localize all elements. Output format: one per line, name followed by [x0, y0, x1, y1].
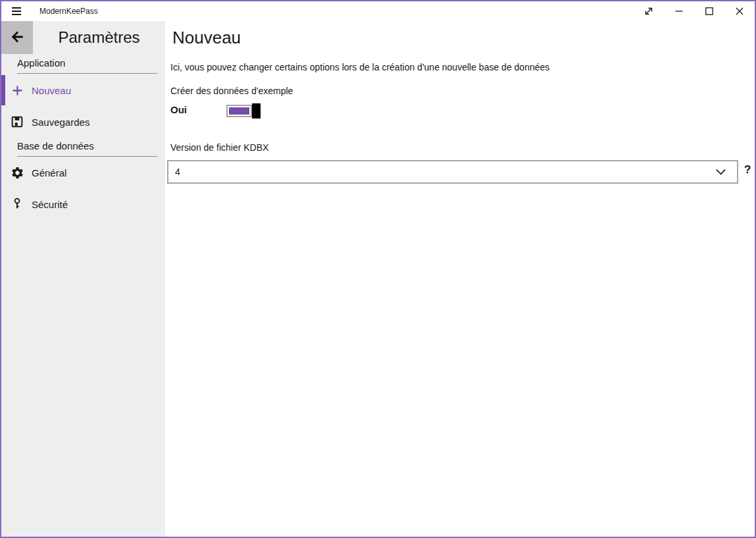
hamburger-menu-button[interactable] [7, 1, 26, 21]
kdbx-version-combobox[interactable]: 4 [167, 160, 738, 184]
fullscreen-button[interactable] [634, 1, 664, 21]
toggle-thumb[interactable] [252, 103, 261, 119]
settings-sidebar: Paramètres Application Nouveau [1, 21, 165, 537]
sidebar-item-general[interactable]: Général [1, 157, 165, 188]
content-description: Ici, vous pouvez changer certains option… [170, 62, 549, 72]
window-controls [634, 1, 755, 21]
section-label-application: Application [17, 57, 157, 74]
sample-data-label: Créer des données d'exemple [170, 86, 293, 96]
maximize-button[interactable] [694, 1, 724, 21]
combobox-value: 4 [175, 167, 180, 177]
content-title: Nouveau [172, 28, 241, 48]
sidebar-item-nouveau[interactable]: Nouveau [1, 74, 165, 106]
sidebar-item-label: Nouveau [32, 85, 71, 96]
sidebar-item-label: Sécurité [32, 199, 68, 210]
toggle-fill [229, 107, 249, 115]
sample-data-toggle[interactable] [226, 103, 261, 119]
gear-icon [10, 165, 24, 180]
hamburger-menu-icon [12, 7, 21, 9]
save-icon [10, 115, 24, 129]
titlebar: ModernKeePass [1, 1, 755, 21]
back-button[interactable] [1, 21, 33, 54]
app-window: ModernKeePass [0, 0, 756, 538]
back-arrow-icon [9, 28, 26, 47]
section-label-base-de-donnees: Base de données [17, 140, 157, 157]
minimize-icon [674, 6, 684, 16]
settings-content: Nouveau Ici, vous pouvez changer certain… [166, 21, 755, 537]
close-icon [734, 6, 745, 16]
sidebar-item-label: Général [32, 167, 66, 178]
toggle-state-label: Oui [170, 104, 187, 115]
fullscreen-icon [643, 6, 654, 16]
maximize-icon [704, 6, 715, 16]
sidebar-item-sauvegardes[interactable]: Sauvegardes [1, 106, 165, 138]
kdbx-help-button[interactable]: ? [744, 163, 751, 176]
close-button[interactable] [724, 1, 755, 21]
page-title: Paramètres [33, 21, 165, 54]
window-body: Paramètres Application Nouveau [1, 21, 755, 537]
sidebar-item-label: Sauvegardes [32, 117, 89, 128]
sidebar-item-securite[interactable]: Sécurité [1, 188, 165, 220]
chevron-down-icon [715, 167, 726, 176]
plus-icon [10, 83, 24, 97]
key-icon [10, 197, 24, 211]
app-title: ModernKeePass [39, 7, 98, 16]
toggle-track [226, 105, 252, 117]
minimize-button[interactable] [664, 1, 694, 21]
kdbx-version-label: Version de fichier KDBX [170, 142, 268, 153]
